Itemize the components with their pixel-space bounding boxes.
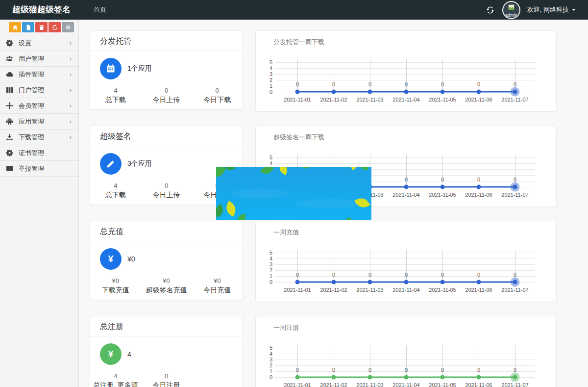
leaves-decoration bbox=[216, 167, 371, 220]
sidebar-quick-buttons bbox=[0, 20, 78, 35]
sidebar-item-label: 证书管理 bbox=[19, 149, 72, 157]
stat-card-stats: ¥0下载充值¥0超级签名充值¥0今日充值 bbox=[90, 277, 243, 295]
leaf-shape bbox=[344, 217, 351, 220]
sidebar-menu: 设置›用户管理›插件管理›门户管理›会员管理›应用管理›下载管理›证书管理举报管… bbox=[0, 35, 78, 177]
data-point[interactable] bbox=[368, 280, 372, 284]
stat-card-register: 总注册¥44总注册, 更多源0今日注册 bbox=[90, 316, 243, 387]
stat-label: 今日下载 bbox=[192, 96, 243, 104]
data-point[interactable] bbox=[441, 90, 445, 94]
data-point[interactable] bbox=[295, 375, 300, 380]
stat-card-body: 1个应用4总下载0今日上传0今日下载 bbox=[90, 51, 243, 109]
avatar[interactable]: admin bbox=[503, 2, 519, 18]
stat-column: 0今日上传 bbox=[141, 87, 192, 104]
sidebar-item-reports[interactable]: 举报管理 bbox=[0, 161, 78, 177]
data-point[interactable] bbox=[368, 375, 372, 380]
stat-column: 4总下载 bbox=[90, 87, 141, 104]
quick-file-button[interactable] bbox=[22, 22, 34, 32]
nav-item-home[interactable]: 首页 bbox=[94, 5, 106, 14]
data-point[interactable] bbox=[404, 90, 409, 94]
data-point[interactable] bbox=[368, 90, 372, 94]
data-point[interactable] bbox=[477, 90, 481, 94]
data-point[interactable] bbox=[295, 90, 300, 94]
sidebar-item-apps[interactable]: 应用管理› bbox=[0, 114, 78, 129]
leaf-shape bbox=[216, 167, 226, 180]
stat-label: 总注册, 更多源 bbox=[90, 381, 141, 387]
stat-label: 今日注册 bbox=[141, 381, 192, 387]
data-point[interactable] bbox=[332, 280, 336, 284]
quick-trash-button[interactable] bbox=[35, 22, 48, 32]
data-point[interactable] bbox=[441, 280, 445, 284]
chevron-right-icon: › bbox=[70, 55, 72, 62]
chevron-right-icon: › bbox=[70, 118, 72, 125]
sidebar-item-label: 门户管理 bbox=[19, 86, 70, 95]
data-point[interactable] bbox=[404, 375, 409, 380]
grid-icon bbox=[6, 86, 14, 94]
sidebar-item-users[interactable]: 用户管理› bbox=[0, 51, 78, 67]
sidebar-item-downloads[interactable]: 下载管理› bbox=[0, 129, 78, 145]
avatar-alt-text: admin bbox=[503, 13, 519, 18]
data-point[interactable] bbox=[404, 185, 409, 189]
stat-card-headline: ¥0 bbox=[127, 248, 135, 270]
stat-value: 0 bbox=[192, 87, 243, 94]
data-point[interactable] bbox=[332, 375, 336, 380]
sidebar-item-label: 用户管理 bbox=[19, 54, 70, 63]
data-point[interactable] bbox=[441, 185, 445, 189]
line-series bbox=[256, 221, 558, 303]
leaf-shape bbox=[301, 167, 311, 171]
stat-label: 下载充值 bbox=[90, 286, 141, 295]
leaf-shape bbox=[354, 195, 370, 211]
sidebar-item-members[interactable]: 会员管理› bbox=[0, 98, 78, 114]
stat-card-title: 分发托管 bbox=[90, 31, 243, 51]
data-point[interactable] bbox=[332, 90, 336, 94]
stat-value: 4 bbox=[90, 182, 141, 189]
stat-card-distribution: 分发托管1个应用4总下载0今日上传0今日下载 bbox=[90, 30, 243, 110]
data-point[interactable] bbox=[513, 90, 517, 94]
data-point[interactable] bbox=[513, 185, 517, 189]
chart-card-register-week: 一周注册01234502021-11-0102021-11-0202021-11… bbox=[255, 316, 557, 387]
app-brand[interactable]: 超级猫超级签名 bbox=[0, 0, 79, 20]
stat-value: 4 bbox=[90, 87, 141, 94]
sidebar-item-label: 应用管理 bbox=[19, 117, 70, 126]
stat-column-empty bbox=[192, 372, 243, 387]
data-point[interactable] bbox=[513, 280, 517, 284]
gears-icon bbox=[6, 39, 14, 47]
stat-card-headline: 4 bbox=[127, 343, 131, 365]
navbar-right: admin 欢迎, 网络科技 bbox=[487, 2, 588, 18]
data-point[interactable] bbox=[404, 280, 409, 284]
quick-recycle-button[interactable] bbox=[49, 22, 61, 32]
stat-value: 0 bbox=[141, 182, 192, 189]
yuan-symbol: ¥ bbox=[108, 254, 114, 264]
data-point[interactable] bbox=[513, 375, 517, 380]
trash-icon bbox=[39, 25, 45, 30]
leaf-shape bbox=[223, 201, 239, 217]
data-point[interactable] bbox=[441, 375, 445, 380]
stat-card-stats: 4总注册, 更多源0今日注册 bbox=[90, 372, 243, 387]
data-point[interactable] bbox=[295, 280, 300, 284]
yuan-symbol: ¥ bbox=[108, 349, 114, 360]
stat-column: 0今日注册 bbox=[141, 372, 192, 387]
stat-value: 4 bbox=[90, 372, 141, 380]
quick-list-button[interactable] bbox=[62, 22, 74, 32]
quick-home-button[interactable] bbox=[9, 22, 21, 32]
leaf-shape bbox=[236, 213, 247, 220]
sidebar-item-settings[interactable]: 设置› bbox=[0, 35, 78, 51]
data-point[interactable] bbox=[477, 280, 481, 284]
stat-label: 今日上传 bbox=[141, 96, 192, 104]
leaf-shape bbox=[359, 167, 368, 171]
stat-value: ¥0 bbox=[192, 277, 243, 284]
user-menu[interactable]: 欢迎, 网络科技 bbox=[527, 5, 576, 14]
data-point[interactable] bbox=[477, 375, 481, 380]
data-point[interactable] bbox=[477, 185, 481, 189]
yuan-icon: ¥ bbox=[100, 343, 122, 365]
dashboard-row: 总注册¥44总注册, 更多源0今日注册一周注册01234502021-11-01… bbox=[90, 316, 557, 387]
sidebar-item-portal[interactable]: 门户管理› bbox=[0, 82, 78, 98]
stat-label: 今日充值 bbox=[192, 286, 243, 295]
sidebar-item-certificates[interactable]: 证书管理 bbox=[0, 145, 78, 161]
android-icon bbox=[6, 118, 14, 126]
stat-card-headline: 3个应用 bbox=[127, 153, 152, 175]
leaf-shape bbox=[216, 204, 226, 218]
calendar-icon bbox=[100, 58, 122, 79]
dashboard-row: 总充值¥¥0¥0下载充值¥0超级签名充值¥0今日充值一周充值0123450202… bbox=[90, 221, 557, 302]
refresh-icon[interactable] bbox=[487, 5, 495, 14]
sidebar-item-plugins[interactable]: 插件管理› bbox=[0, 67, 78, 82]
